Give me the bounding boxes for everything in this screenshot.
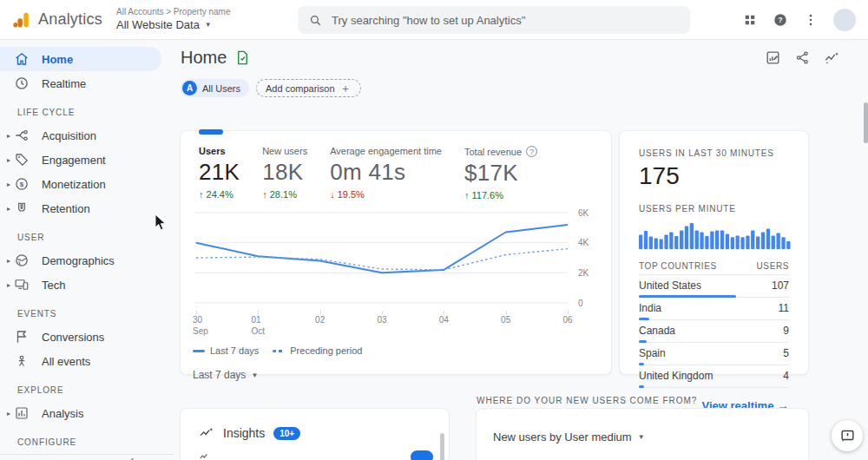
feedback-button[interactable] — [832, 420, 863, 451]
sidebar-item-retention[interactable]: ▸ Retention — [0, 196, 174, 220]
analysis-icon — [14, 405, 30, 421]
new-users-dimension-selector[interactable]: New users by User medium ▼ — [477, 409, 808, 444]
analytics-logo-icon — [12, 10, 31, 30]
insights-title: Insights — [223, 426, 265, 440]
sidebar-item-tech[interactable]: ▸ Tech — [0, 273, 174, 297]
add-comparison-button[interactable]: Add comparison ＋ — [256, 79, 361, 97]
chevron-down-icon: ▼ — [251, 371, 258, 379]
account-switcher[interactable]: All Accounts > Property name All Website… — [116, 7, 230, 32]
legend-item-last-7-days: Last 7 days — [193, 345, 259, 356]
insights-count-badge: 10+ — [273, 427, 300, 440]
trend-chart: 6K4K2K0 — [193, 206, 601, 308]
x-axis-label: 03 — [377, 315, 386, 326]
metric-delta: ↑ 117.6% — [464, 190, 537, 200]
x-axis-label: 06 — [562, 315, 572, 326]
segment-chip-all-users[interactable]: A All Users — [181, 79, 249, 97]
legend-item-preceding-period: Preceding period — [273, 345, 362, 356]
top-countries-label: TOP COUNTRIES — [639, 261, 717, 271]
page-title: Home — [181, 48, 227, 68]
segment-a-icon: A — [182, 81, 197, 95]
svg-text:?: ? — [778, 16, 782, 24]
home-icon — [14, 51, 30, 67]
metric-average-engagement-time[interactable]: Average engagement time 0m 41s ↓ 19.5% — [330, 146, 442, 200]
avatar[interactable] — [833, 9, 856, 31]
x-tick — [568, 311, 569, 314]
date-range-selector[interactable]: Last 7 days ▼ — [193, 369, 601, 381]
metric-value: 0m 41s — [330, 159, 442, 186]
metrics-row: Users 21K ↑ 24.4% New users 18K ↑ 28.1% … — [181, 131, 611, 200]
country-row-united-states: United States 107 — [639, 275, 789, 298]
metric-total-revenue[interactable]: Total revenue? $17K ↑ 117.6% — [464, 146, 537, 200]
sidebar-item-label: Home — [42, 53, 73, 66]
sidebar-item-conversions[interactable]: Conversions — [0, 325, 174, 349]
sidebar-item-label: Realtime — [42, 77, 86, 90]
x-axis-label: 01Oct — [252, 315, 266, 337]
acquisition-icon — [14, 128, 30, 143]
overview-card: Users 21K ↑ 24.4% New users 18K ↑ 28.1% … — [180, 130, 612, 375]
metric-value: 21K — [199, 159, 240, 186]
sidebar-item-label: Tech — [42, 279, 65, 292]
sidebar-item-home[interactable]: Home — [0, 47, 161, 71]
sidebar-section-configure: CONFIGURE — [17, 437, 174, 450]
share-icon[interactable] — [794, 49, 811, 66]
insights-sparkline-icon[interactable] — [824, 49, 840, 66]
sidebar-collapse-icon[interactable]: ‹ — [130, 453, 134, 460]
insight-item-badge — [411, 450, 433, 460]
country-name: Canada — [639, 325, 675, 337]
metric-value: $17K — [464, 160, 537, 187]
apps-grid-icon[interactable] — [742, 12, 758, 28]
page-scrollbar[interactable] — [864, 102, 868, 143]
expand-arrow-icon: ▸ — [0, 257, 14, 265]
country-row-spain: Spain 5 — [639, 343, 789, 365]
x-tick — [506, 311, 507, 314]
x-axis-label: 02 — [315, 315, 325, 326]
country-users: 5 — [783, 347, 789, 359]
metric-label: Average engagement time — [330, 146, 442, 156]
insight-list-item[interactable] — [199, 450, 433, 460]
sidebar-item-acquisition[interactable]: ▸ Acquisition — [0, 123, 174, 148]
sidebar-item-monetization[interactable]: ▸ $ Monetization — [0, 172, 174, 196]
sidebar-section-life-cycle: LIFE CYCLE — [17, 108, 174, 120]
expand-arrow-icon: ▸ — [0, 181, 14, 188]
x-axis-label: 05 — [501, 315, 510, 326]
insights-scrollbar[interactable] — [440, 433, 444, 460]
demographics-icon — [14, 253, 30, 268]
sidebar-item-label: Engagement — [42, 154, 106, 167]
new-users-dropdown-label: New users by User medium — [493, 430, 632, 444]
insights-icon — [199, 425, 214, 441]
metric-new-users[interactable]: New users 18K ↑ 28.1% — [262, 146, 307, 200]
new-users-section-title: WHERE DO YOUR NEW USERS COME FROM? — [477, 396, 697, 405]
clock-icon — [14, 76, 30, 91]
sidebar-item-analysis[interactable]: ▸ Analysis — [0, 401, 174, 425]
realtime-title: USERS IN LAST 30 MINUTES — [639, 148, 789, 158]
sidebar-item-label: Demographics — [42, 254, 115, 267]
country-row-united-kingdom: United Kingdom 4 — [639, 365, 789, 388]
expand-arrow-icon: ▸ — [0, 132, 14, 140]
x-tick — [258, 311, 259, 314]
sidebar-section-events: EVENTS — [17, 309, 174, 321]
search-bar[interactable] — [298, 6, 690, 34]
sidebar-item-engagement[interactable]: ▸ Engagement — [0, 148, 174, 172]
analytics-logo[interactable]: Analytics — [0, 10, 111, 30]
country-users: 107 — [772, 279, 789, 292]
expand-arrow-icon: ▸ — [0, 156, 14, 164]
help-icon[interactable]: ? — [773, 12, 788, 28]
x-axis-label: 04 — [439, 315, 449, 326]
users-column-label: USERS — [757, 261, 789, 271]
x-tick — [382, 311, 383, 314]
expand-arrow-icon: ▸ — [0, 410, 14, 417]
sidebar-item-realtime[interactable]: Realtime — [0, 71, 174, 95]
sidebar-item-demographics[interactable]: ▸ Demographics — [0, 248, 174, 273]
insights-card[interactable]: Insights 10+ — [180, 408, 450, 460]
trend-legend: Last 7 days Preceding period — [193, 345, 601, 356]
more-options-icon[interactable] — [803, 12, 819, 28]
realtime-users-value: 175 — [639, 162, 789, 190]
sidebar-item-label: Conversions — [42, 331, 104, 344]
search-input[interactable] — [332, 14, 680, 27]
svg-text:4K: 4K — [578, 238, 589, 247]
sidebar-item-all-events[interactable]: All events — [0, 349, 174, 373]
customize-report-icon[interactable] — [765, 49, 781, 66]
metric-users[interactable]: Users 21K ↑ 24.4% — [199, 146, 240, 200]
svg-text:2K: 2K — [578, 268, 589, 278]
conversions-icon — [14, 329, 30, 345]
